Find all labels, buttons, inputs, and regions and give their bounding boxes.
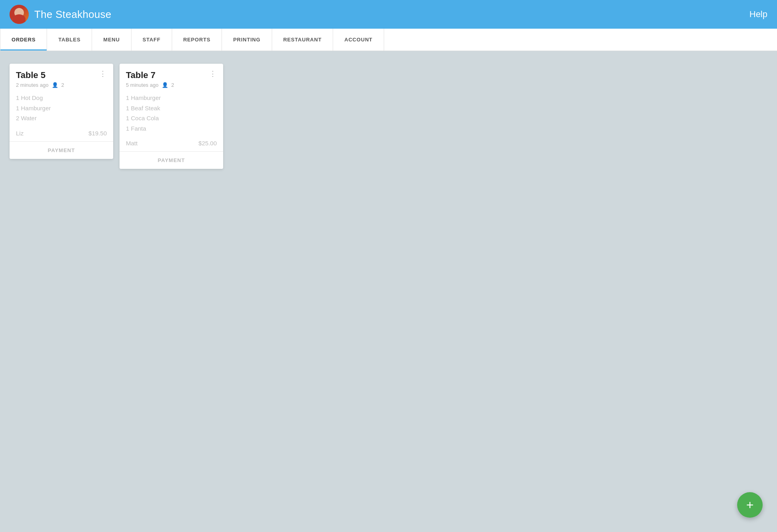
order-item: 1 Fanta (126, 123, 217, 134)
card-footer-table7: Matt $25.00 (120, 137, 223, 151)
waiter-table7: Matt (126, 140, 137, 147)
order-card-table5: Table 5 ⋮ 2 minutes ago 👤 2 1 Hot Dog 1 … (10, 64, 113, 159)
nav-item-printing[interactable]: PRINTING (222, 29, 272, 51)
time-ago-table7: 5 minutes ago (126, 82, 159, 88)
app-title: The Steakhouse (34, 8, 112, 21)
card-meta-table7: 5 minutes ago 👤 2 (120, 80, 223, 88)
people-icon-table7: 👤 (162, 82, 168, 88)
card-meta-table5: 2 minutes ago 👤 2 (10, 80, 113, 88)
nav-item-restaurant[interactable]: RESTAURANT (272, 29, 334, 51)
main-nav: ORDERS TABLES MENU STAFF REPORTS PRINTIN… (0, 29, 777, 51)
order-items-table7: 1 Hamburger 1 Beaf Steak 1 Coca Cola 1 F… (120, 88, 223, 137)
card-footer-table5: Liz $19.50 (10, 127, 113, 141)
help-link[interactable]: Help (750, 9, 767, 20)
payment-button-table5[interactable]: PAYMENT (10, 142, 113, 159)
card-header-table5: Table 5 ⋮ (10, 64, 113, 80)
nav-item-account[interactable]: ACCOUNT (333, 29, 384, 51)
order-item: 1 Beaf Steak (126, 103, 217, 113)
app-header: The Steakhouse Help (0, 0, 777, 29)
guests-table7: 2 (171, 82, 174, 88)
total-table5: $19.50 (88, 130, 107, 137)
avatar[interactable] (10, 5, 29, 24)
nav-item-staff[interactable]: STAFF (131, 29, 172, 51)
order-item: 1 Hamburger (16, 103, 107, 113)
orders-area: Table 5 ⋮ 2 minutes ago 👤 2 1 Hot Dog 1 … (0, 51, 777, 182)
guests-table5: 2 (61, 82, 64, 88)
more-options-icon-table7[interactable]: ⋮ (209, 70, 217, 77)
nav-item-orders[interactable]: ORDERS (0, 29, 47, 51)
more-options-icon-table5[interactable]: ⋮ (99, 70, 107, 77)
order-items-table5: 1 Hot Dog 1 Hamburger 2 Water (10, 88, 113, 127)
header-left: The Steakhouse (10, 5, 112, 24)
order-card-table7: Table 7 ⋮ 5 minutes ago 👤 2 1 Hamburger … (120, 64, 223, 169)
card-header-table7: Table 7 ⋮ (120, 64, 223, 80)
people-icon-table5: 👤 (52, 82, 58, 88)
table-name-table7: Table 7 (126, 70, 155, 80)
nav-item-menu[interactable]: MENU (92, 29, 131, 51)
payment-button-table7[interactable]: PAYMENT (120, 152, 223, 169)
order-item: 1 Hot Dog (16, 93, 107, 103)
nav-item-reports[interactable]: REPORTS (172, 29, 222, 51)
order-item: 1 Coca Cola (126, 113, 217, 123)
nav-item-tables[interactable]: TABLES (47, 29, 92, 51)
order-item: 2 Water (16, 113, 107, 123)
total-table7: $25.00 (198, 140, 217, 147)
time-ago-table5: 2 minutes ago (16, 82, 49, 88)
order-item: 1 Hamburger (126, 93, 217, 103)
waiter-table5: Liz (16, 130, 24, 137)
table-name-table5: Table 5 (16, 70, 45, 80)
